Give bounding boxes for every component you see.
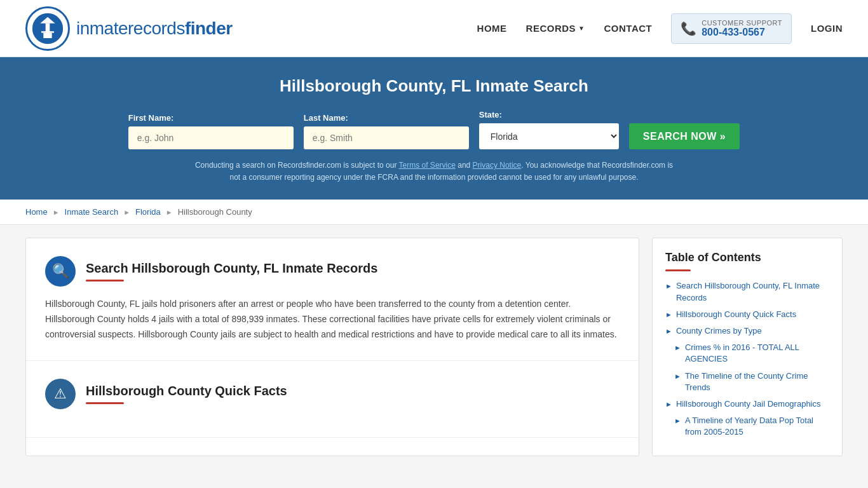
chevron-right-icon: ► xyxy=(665,310,672,320)
disclaimer-text: Conducting a search on Recordsfinder.com… xyxy=(193,159,675,184)
first-name-label: First Name: xyxy=(128,113,294,123)
nav-records[interactable]: RECORDS ▼ xyxy=(526,23,585,34)
main-content: 🔍 Search Hillsborough County, FL Inmate … xyxy=(0,225,868,469)
breadcrumb-inmate-search[interactable]: Inmate Search xyxy=(65,207,119,217)
chevron-right-icon: ► xyxy=(674,343,681,353)
nav-login[interactable]: LOGIN xyxy=(811,23,843,34)
logo-icon xyxy=(25,6,70,51)
toc-item-4: ► Crimes % in 2016 - TOTAL ALL AGENCIES xyxy=(674,342,829,365)
terms-link[interactable]: Terms of Service xyxy=(399,161,456,170)
state-select[interactable]: Florida Alabama Alaska Arizona Californi… xyxy=(479,123,619,149)
toc-item-6: ► Hillsborough County Jail Demographics xyxy=(665,398,829,410)
triangle-icon: ⚠ xyxy=(54,386,67,402)
section1-title: Search Hillsborough County, FL Inmate Re… xyxy=(86,261,377,276)
search-form: First Name: Last Name: State: Florida Al… xyxy=(129,110,739,149)
chevron-right-icon: ► xyxy=(665,281,672,291)
chevron-right-icon: ► xyxy=(674,372,681,381)
toc-item-7: ► A Timeline of Yearly Data Pop Total fr… xyxy=(674,415,829,438)
magnifier-icon: 🔍 xyxy=(52,263,69,280)
svg-rect-1 xyxy=(43,32,51,37)
breadcrumb-sep-3: ► xyxy=(166,208,173,216)
privacy-link[interactable]: Privacy Notice xyxy=(473,161,522,170)
search-button[interactable]: SEARCH NOW » xyxy=(629,123,740,149)
breadcrumb-sep-2: ► xyxy=(123,208,130,216)
first-name-input[interactable] xyxy=(128,126,294,149)
warning-icon-circle: ⚠ xyxy=(45,379,76,409)
search-icon-circle: 🔍 xyxy=(45,256,76,287)
toc-link-1[interactable]: ► Search Hillsborough County, FL Inmate … xyxy=(665,280,829,303)
section-search-records: 🔍 Search Hillsborough County, FL Inmate … xyxy=(26,238,639,360)
nav-contact[interactable]: CONTACT xyxy=(604,23,653,34)
breadcrumb-florida[interactable]: Florida xyxy=(135,207,161,217)
table-of-contents: Table of Contents ► Search Hillsborough … xyxy=(652,238,843,456)
last-name-label: Last Name: xyxy=(304,113,469,123)
toc-link-3[interactable]: ► County Crimes by Type xyxy=(665,325,829,337)
toc-item-2: ► Hillsborough County Quick Facts xyxy=(665,309,829,320)
section2-underline xyxy=(86,402,124,404)
toc-link-6[interactable]: ► Hillsborough County Jail Demographics xyxy=(665,398,829,410)
toc-title: Table of Contents xyxy=(665,251,829,264)
toc-link-5[interactable]: ► The Timeline of the County Crime Trend… xyxy=(674,370,829,393)
toc-list: ► Search Hillsborough County, FL Inmate … xyxy=(665,280,829,438)
toc-item-3: ► County Crimes by Type xyxy=(665,325,829,337)
chevron-down-icon: ▼ xyxy=(578,25,585,32)
state-label: State: xyxy=(479,110,619,119)
svg-rect-4 xyxy=(41,31,54,33)
headset-icon: 📞 xyxy=(681,21,696,36)
breadcrumb-home[interactable]: Home xyxy=(25,207,48,217)
section1-underline xyxy=(86,280,124,281)
chevron-right-icon: ► xyxy=(665,327,672,336)
support-label: CUSTOMER SUPPORT xyxy=(702,19,782,27)
logo-area: inmaterecordsfinder xyxy=(25,6,233,51)
first-name-group: First Name: xyxy=(128,113,294,149)
section1-body: Hillsborough County, FL jails hold priso… xyxy=(45,297,620,342)
hero-title: Hillsborough County, FL Inmate Search xyxy=(25,76,843,96)
breadcrumb: Home ► Inmate Search ► Florida ► Hillsbo… xyxy=(0,200,868,225)
toc-link-4[interactable]: ► Crimes % in 2016 - TOTAL ALL AGENCIES xyxy=(674,342,829,365)
section2-title: Hillsborough County Quick Facts xyxy=(86,384,287,398)
search-hero: Hillsborough County, FL Inmate Search Fi… xyxy=(0,57,868,200)
nav-home[interactable]: HOME xyxy=(477,23,507,34)
support-phone: 800-433-0567 xyxy=(702,27,782,38)
state-group: State: Florida Alabama Alaska Arizona Ca… xyxy=(479,110,619,149)
site-header: inmaterecordsfinder HOME RECORDS ▼ CONTA… xyxy=(0,0,868,57)
breadcrumb-current: Hillsborough County xyxy=(178,207,252,217)
toc-link-2[interactable]: ► Hillsborough County Quick Facts xyxy=(665,309,829,320)
breadcrumb-sep-1: ► xyxy=(53,208,60,216)
last-name-input[interactable] xyxy=(304,126,469,149)
last-name-group: Last Name: xyxy=(304,113,469,149)
support-box: 📞 CUSTOMER SUPPORT 800-433-0567 xyxy=(671,13,792,44)
toc-item-5: ► The Timeline of the County Crime Trend… xyxy=(674,370,829,393)
toc-link-7[interactable]: ► A Timeline of Yearly Data Pop Total fr… xyxy=(674,415,829,438)
toc-item-1: ► Search Hillsborough County, FL Inmate … xyxy=(665,280,829,303)
section-quick-facts: ⚠ Hillsborough County Quick Facts xyxy=(26,361,639,438)
toc-underline xyxy=(665,269,691,271)
chevron-right-icon: ► xyxy=(674,416,681,426)
chevron-right-icon: ► xyxy=(665,400,672,409)
logo-text: inmaterecordsfinder xyxy=(76,18,233,39)
main-nav: HOME RECORDS ▼ CONTACT 📞 CUSTOMER SUPPOR… xyxy=(477,13,843,44)
content-left: 🔍 Search Hillsborough County, FL Inmate … xyxy=(25,238,639,456)
